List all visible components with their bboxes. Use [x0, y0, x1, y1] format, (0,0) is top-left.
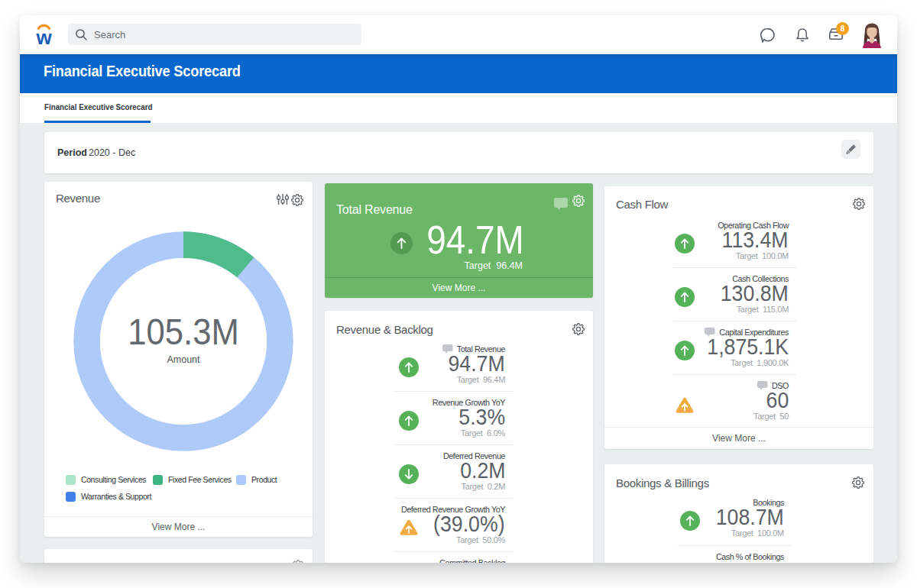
svg-text:w: w: [35, 26, 52, 49]
